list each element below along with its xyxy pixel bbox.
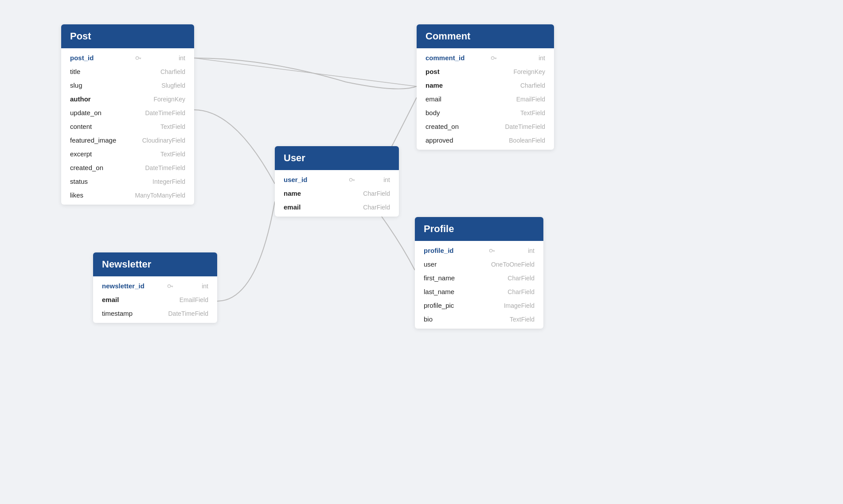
field-type: Slugfield bbox=[161, 82, 185, 89]
field-name: post bbox=[425, 68, 483, 75]
field-type: Charfield bbox=[520, 82, 545, 89]
field-type: EmailField bbox=[516, 96, 545, 103]
table-row: author ForeignKey bbox=[61, 92, 194, 106]
svg-line-0 bbox=[194, 58, 417, 86]
field-name: email bbox=[102, 296, 160, 303]
field-type: Charfield bbox=[160, 68, 185, 75]
field-type: ForeignKey bbox=[513, 68, 545, 75]
key-icon bbox=[490, 54, 497, 62]
field-name: name bbox=[425, 81, 483, 89]
field-name: profile_id bbox=[424, 247, 481, 254]
field-type: DateTimeField bbox=[145, 109, 185, 116]
field-type: CharField bbox=[363, 204, 390, 211]
field-type: DateTimeField bbox=[145, 164, 185, 171]
field-name: first_name bbox=[424, 274, 481, 282]
field-name: body bbox=[425, 109, 483, 116]
user-table-body: user_id int name CharField email CharFie bbox=[275, 170, 399, 217]
field-name: user_id bbox=[284, 176, 341, 183]
field-type: BooleanField bbox=[509, 137, 545, 144]
profile-table-body: profile_id int user OneToOneField first_… bbox=[415, 241, 543, 329]
post-table: Post post_id int title Charfield bbox=[61, 24, 194, 205]
field-type: int bbox=[539, 54, 545, 62]
table-row: name CharField bbox=[275, 186, 399, 200]
comment-table: Comment comment_id int post ForeignKey bbox=[417, 24, 554, 150]
field-type: int bbox=[383, 176, 390, 183]
newsletter-table: Newsletter newsletter_id int email Email… bbox=[93, 252, 217, 323]
field-type: int bbox=[179, 54, 185, 62]
field-type: OneToOneField bbox=[491, 261, 535, 268]
comment-table-header: Comment bbox=[417, 24, 554, 48]
table-row: excerpt TextField bbox=[61, 147, 194, 161]
field-name: last_name bbox=[424, 288, 481, 295]
field-name: update_on bbox=[70, 109, 128, 116]
field-name: profile_pic bbox=[424, 302, 481, 309]
comment-table-body: comment_id int post ForeignKey name Char bbox=[417, 48, 554, 150]
field-type: ImageField bbox=[504, 302, 535, 309]
user-table: User user_id int name CharField bbox=[275, 146, 399, 217]
table-row: profile_id int bbox=[415, 244, 543, 257]
field-name: title bbox=[70, 68, 128, 75]
field-name: user bbox=[424, 260, 481, 268]
field-type: ManyToManyField bbox=[135, 192, 185, 199]
field-type: TextField bbox=[160, 151, 185, 158]
newsletter-table-header: Newsletter bbox=[93, 252, 217, 276]
profile-table-header: Profile bbox=[415, 217, 543, 241]
table-row: update_on DateTimeField bbox=[61, 106, 194, 120]
post-table-header: Post bbox=[61, 24, 194, 48]
field-name: post_id bbox=[70, 54, 128, 62]
table-row: body TextField bbox=[417, 106, 554, 120]
table-row: post_id int bbox=[61, 51, 194, 65]
table-row: created_on DateTimeField bbox=[417, 120, 554, 133]
post-table-body: post_id int title Charfield slug Slugfie bbox=[61, 48, 194, 205]
field-name: status bbox=[70, 178, 128, 185]
table-row: newsletter_id int bbox=[93, 279, 217, 293]
svg-point-15 bbox=[349, 178, 352, 181]
table-row: name Charfield bbox=[417, 78, 554, 92]
svg-point-23 bbox=[168, 284, 170, 287]
field-type: TextField bbox=[520, 109, 545, 116]
field-type: CharField bbox=[507, 275, 535, 282]
field-type: EmailField bbox=[180, 296, 208, 303]
table-row: content TextField bbox=[61, 120, 194, 133]
key-icon bbox=[348, 176, 355, 183]
profile-table: Profile profile_id int user OneToOneFiel… bbox=[415, 217, 543, 329]
field-type: CharField bbox=[507, 288, 535, 295]
field-name: created_on bbox=[425, 123, 483, 130]
table-row: email EmailField bbox=[93, 293, 217, 306]
field-name: comment_id bbox=[425, 54, 483, 62]
table-row: timestamp DateTimeField bbox=[93, 306, 217, 320]
table-row: email CharField bbox=[275, 200, 399, 214]
table-row: likes ManyToManyField bbox=[61, 188, 194, 202]
table-row: bio TextField bbox=[415, 312, 543, 326]
field-name: likes bbox=[70, 191, 128, 199]
table-row: last_name CharField bbox=[415, 285, 543, 299]
newsletter-table-body: newsletter_id int email EmailField times… bbox=[93, 276, 217, 323]
diagram-canvas: Post post_id int title Charfield bbox=[0, 0, 843, 504]
user-table-header: User bbox=[275, 146, 399, 170]
field-type: CharField bbox=[363, 190, 390, 197]
svg-point-19 bbox=[491, 56, 494, 59]
field-name: excerpt bbox=[70, 150, 128, 158]
field-type: int bbox=[528, 247, 535, 254]
table-row: featured_image CloudinaryField bbox=[61, 133, 194, 147]
table-row: user_id int bbox=[275, 173, 399, 186]
field-name: email bbox=[284, 203, 341, 211]
key-icon bbox=[167, 283, 174, 290]
field-type: DateTimeField bbox=[505, 123, 545, 130]
field-name: featured_image bbox=[70, 136, 128, 144]
table-row: profile_pic ImageField bbox=[415, 299, 543, 312]
field-name: newsletter_id bbox=[102, 282, 160, 290]
field-name: name bbox=[284, 190, 341, 197]
field-name: approved bbox=[425, 136, 483, 144]
field-type: int bbox=[202, 283, 208, 290]
key-icon bbox=[135, 54, 142, 62]
table-row: created_on DateTimeField bbox=[61, 161, 194, 174]
field-type: TextField bbox=[510, 316, 535, 323]
table-row: slug Slugfield bbox=[61, 78, 194, 92]
table-row: first_name CharField bbox=[415, 271, 543, 285]
field-type: DateTimeField bbox=[168, 310, 208, 317]
key-icon bbox=[488, 247, 496, 254]
table-row: user OneToOneField bbox=[415, 257, 543, 271]
table-row: status IntegerField bbox=[61, 174, 194, 188]
table-row: post ForeignKey bbox=[417, 65, 554, 78]
